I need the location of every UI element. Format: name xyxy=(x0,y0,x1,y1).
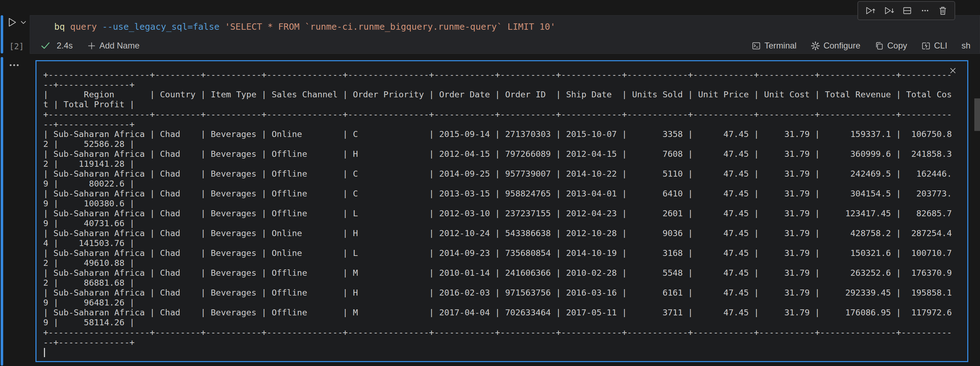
terminal-line: 2 | 119141.28 | xyxy=(43,159,964,169)
language-label[interactable]: sh xyxy=(962,41,970,51)
cell-status-bar: 2.4s Add Name Terminal Co xyxy=(30,38,980,54)
terminal-line: 2 | 52586.28 | xyxy=(43,139,964,149)
terminal-line: --+--------------+ xyxy=(43,80,964,90)
terminal-line: 9 | 96481.26 | xyxy=(43,298,964,307)
run-cell-button[interactable] xyxy=(7,17,26,28)
terminal-line: 9 | 58114.26 | xyxy=(43,317,964,327)
ellipsis-icon xyxy=(8,63,20,67)
cli-button[interactable]: CLI xyxy=(921,41,947,51)
play-icon xyxy=(7,17,17,28)
terminal-line: +--------------------+---------+--------… xyxy=(43,327,964,337)
terminal-line: | Sub-Saharan Africa | Chad | Beverages … xyxy=(43,248,964,258)
success-check-icon xyxy=(41,42,50,49)
terminal-line: t | Total Profit | xyxy=(43,100,964,109)
add-name-label: Add Name xyxy=(99,41,139,51)
code-cell: bq query --use_legacy_sql=false 'SELECT … xyxy=(30,15,980,54)
cli-label: CLI xyxy=(934,41,947,51)
terminal-line: 2 | 49610.88 | xyxy=(43,258,964,268)
terminal-cursor xyxy=(44,348,45,357)
terminal-lines: +--------------------+---------+--------… xyxy=(43,70,964,360)
output-terminal[interactable]: +--------------------+---------+--------… xyxy=(35,60,968,362)
command-program: bq xyxy=(54,22,65,32)
terminal-line: | Region | Country | Item Type | Sales C… xyxy=(43,90,964,100)
execute-below-button[interactable] xyxy=(884,6,895,16)
terminal-button[interactable]: Terminal xyxy=(751,41,797,51)
copy-icon xyxy=(874,41,884,51)
terminal-line: | Sub-Saharan Africa | Chad | Beverages … xyxy=(43,129,964,139)
terminal-line: | Sub-Saharan Africa | Chad | Beverages … xyxy=(43,228,964,238)
plus-icon xyxy=(88,42,95,50)
terminal-line: | Sub-Saharan Africa | Chad | Beverages … xyxy=(43,169,964,179)
terminal-line: | Sub-Saharan Africa | Chad | Beverages … xyxy=(43,268,964,278)
configure-label: Configure xyxy=(823,41,860,51)
terminal-label: Terminal xyxy=(764,41,797,51)
terminal-line: | Sub-Saharan Africa | Chad | Beverages … xyxy=(43,288,964,298)
code-editor[interactable]: bq query --use_legacy_sql=false 'SELECT … xyxy=(30,16,980,38)
cell-status-actions: Terminal Configure Copy xyxy=(751,41,970,51)
more-actions-button[interactable] xyxy=(920,6,930,16)
gear-icon xyxy=(811,41,820,51)
scrollbar-thumb[interactable] xyxy=(974,98,980,131)
command-query-string: 'SELECT * FROM `runme-ci.runme_bigquery.… xyxy=(225,22,555,32)
command-flag: --use_legacy_sql=false xyxy=(102,22,219,32)
execute-above-button[interactable] xyxy=(865,6,876,16)
output-more-actions-button[interactable] xyxy=(8,63,20,67)
cli-zap-icon xyxy=(921,41,931,51)
terminal-icon xyxy=(751,41,761,51)
close-terminal-button[interactable] xyxy=(949,67,957,74)
add-name-button[interactable]: Add Name xyxy=(88,41,139,51)
terminal-line: 9 | 100380.6 | xyxy=(43,198,964,209)
copy-button[interactable]: Copy xyxy=(874,41,907,51)
delete-cell-button[interactable] xyxy=(938,6,948,16)
terminal-line: --+--------------+ xyxy=(43,119,964,129)
terminal-line: +--------------------+---------+--------… xyxy=(43,109,964,119)
terminal-line: | Sub-Saharan Africa | Chad | Beverages … xyxy=(43,209,964,219)
notebook: [2] bq query --use_legacy_sql=false 'SEL… xyxy=(0,0,980,366)
cell-toolbar xyxy=(858,1,955,20)
terminal-line: 9 | 40731.66 | xyxy=(43,219,964,228)
terminal-line: 4 | 141503.76 | xyxy=(43,238,964,248)
split-cell-button[interactable] xyxy=(902,6,912,16)
chevron-down-icon[interactable] xyxy=(21,21,26,24)
terminal-line: | Sub-Saharan Africa | Chad | Beverages … xyxy=(43,307,964,317)
output-focus-bar xyxy=(1,57,3,366)
terminal-line: 2 | 86881.68 | xyxy=(43,278,964,288)
command-subcommand: query xyxy=(70,22,97,32)
copy-label: Copy xyxy=(887,41,907,51)
terminal-line: --+--------------+ xyxy=(43,337,964,347)
terminal-line: | Sub-Saharan Africa | Chad | Beverages … xyxy=(43,149,964,159)
execution-count: [2] xyxy=(9,42,24,51)
terminal-line: 9 | 80022.6 | xyxy=(43,179,964,189)
execution-duration: 2.4s xyxy=(57,41,73,51)
close-icon xyxy=(949,67,957,74)
configure-button[interactable]: Configure xyxy=(811,41,860,51)
cell-focus-bar xyxy=(1,15,3,54)
terminal-line: +--------------------+---------+--------… xyxy=(43,70,964,80)
terminal-line: | Sub-Saharan Africa | Chad | Beverages … xyxy=(43,189,964,198)
